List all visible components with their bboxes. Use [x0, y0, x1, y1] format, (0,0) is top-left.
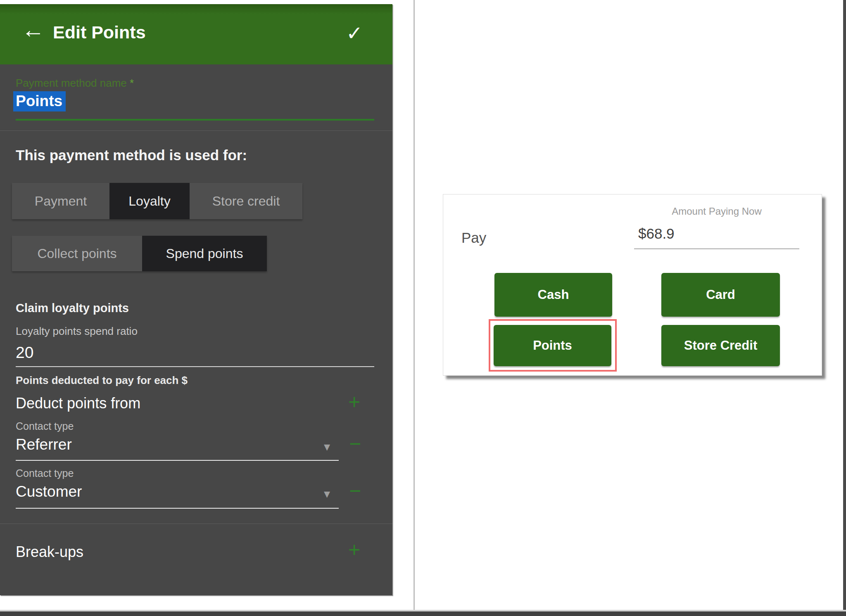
amount-paying-now-label: Amount Paying Now	[634, 206, 799, 217]
contact-type-label: Contact type	[16, 467, 74, 479]
add-breakup-icon[interactable]: +	[348, 539, 360, 560]
panel-divider	[413, 0, 415, 611]
remove-customer-icon[interactable]: −	[349, 481, 361, 501]
payment-method-name-label-text: Payment method name	[16, 77, 127, 89]
spend-ratio-hint: Points deducted to pay for each $	[16, 374, 188, 387]
contact-type-dropdown-referrer[interactable]: Referrer	[16, 436, 72, 453]
cash-button[interactable]: Cash	[494, 273, 612, 317]
window-right-edge	[843, 0, 846, 616]
spend-ratio-label: Loyalty points spend ratio	[16, 325, 138, 338]
chevron-down-icon[interactable]: ▾	[324, 486, 330, 501]
edit-points-panel: ← Edit Points ✓ Payment method name * Po…	[0, 4, 392, 595]
points-mode-tabs: Collect points Spend points	[12, 236, 267, 271]
amount-paying-now-input[interactable]: $68.9	[638, 225, 675, 242]
tab-loyalty[interactable]: Loyalty	[109, 183, 190, 219]
payment-method-name-input[interactable]: Points	[13, 92, 66, 110]
referrer-underline	[16, 460, 339, 461]
contact-type-label: Contact type	[16, 420, 74, 432]
back-arrow-icon[interactable]: ←	[21, 18, 45, 41]
break-ups-heading: Break-ups	[16, 543, 83, 561]
used-for-heading: This payment method is used for:	[16, 147, 247, 163]
add-contact-type-icon[interactable]: +	[348, 391, 360, 412]
method-type-tabs: Payment Loyalty Store credit	[12, 183, 302, 219]
contact-type-dropdown-customer[interactable]: Customer	[16, 483, 82, 500]
page-title: Edit Points	[53, 22, 146, 43]
tab-spend-points[interactable]: Spend points	[142, 236, 267, 271]
section-divider	[0, 524, 392, 524]
spend-ratio-underline	[16, 366, 374, 367]
tab-collect-points[interactable]: Collect points	[12, 236, 142, 271]
store-credit-button[interactable]: Store Credit	[661, 325, 780, 366]
payment-method-name-label: Payment method name *	[16, 77, 134, 90]
selected-text: Points	[13, 91, 66, 111]
section-divider	[0, 130, 392, 131]
points-button-highlight	[489, 319, 617, 372]
claim-loyalty-points-heading: Claim loyalty points	[16, 301, 129, 315]
tab-payment[interactable]: Payment	[12, 183, 109, 219]
screenshot-root: ← Edit Points ✓ Payment method name * Po…	[0, 0, 846, 616]
required-asterisk: *	[130, 77, 134, 89]
confirm-check-icon[interactable]: ✓	[346, 21, 363, 45]
customer-underline	[16, 508, 339, 509]
name-field-underline	[16, 119, 374, 121]
panel-header: ← Edit Points ✓	[0, 4, 392, 64]
window-bottom-edge	[0, 611, 846, 616]
spend-ratio-input[interactable]: 20	[16, 344, 33, 362]
remove-referrer-icon[interactable]: −	[349, 434, 361, 454]
chevron-down-icon[interactable]: ▾	[324, 439, 330, 454]
deduct-points-heading: Deduct points from	[16, 395, 140, 412]
pay-label: Pay	[461, 230, 486, 246]
card-button[interactable]: Card	[661, 273, 780, 317]
amount-underline	[634, 248, 799, 249]
tab-store-credit[interactable]: Store credit	[190, 183, 302, 219]
